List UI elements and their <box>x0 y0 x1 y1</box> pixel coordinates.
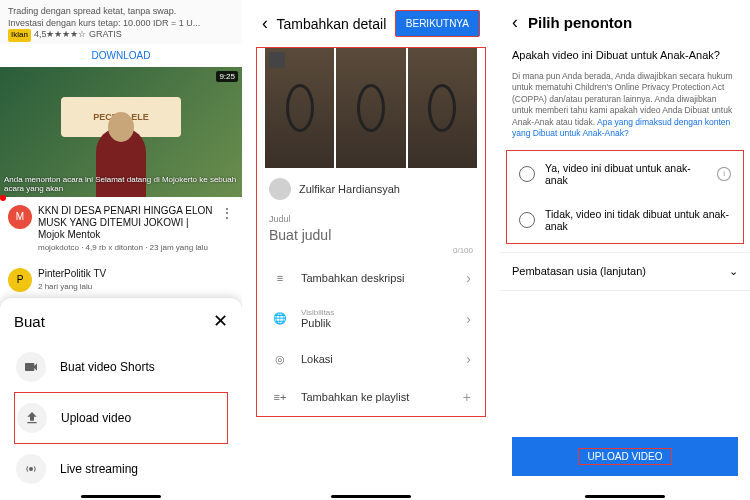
video-title: KKN DI DESA PENARI HINGGA ELON MUSK YANG… <box>38 205 214 241</box>
ad-line1: Trading dengan spread ketat, tanpa swap. <box>8 6 234 18</box>
chevron-right-icon: › <box>466 270 471 286</box>
back-icon[interactable]: ‹ <box>512 12 518 33</box>
row-label: Tambahkan ke playlist <box>301 391 451 403</box>
audience-explanation: Di mana pun Anda berada, Anda diwajibkan… <box>500 65 750 150</box>
audience-panel: ‹ Pilih penonton Apakah video ini Dibuat… <box>500 0 750 500</box>
video-meta: mojokdotco · 4,9 rb x ditonton · 23 jam … <box>38 243 214 252</box>
image-icon <box>269 52 285 68</box>
location-icon: ◎ <box>271 353 289 366</box>
radio-icon <box>519 166 535 182</box>
ad-line2: Investasi dengan kurs tetap: 10.000 IDR … <box>8 18 234 30</box>
vis-label: Visibilitas <box>301 308 454 317</box>
close-icon[interactable]: ✕ <box>213 310 228 332</box>
playlist-row[interactable]: ≡+ Tambahkan ke playlist + <box>257 378 485 416</box>
option-shorts[interactable]: Buat video Shorts <box>14 342 228 392</box>
char-count: 0/100 <box>269 246 473 255</box>
title-field[interactable]: Judul Buat judul 0/100 <box>257 210 485 259</box>
add-details-panel: ‹ Tambahkan detail BERIKUTNYA Zulfikar H… <box>250 0 500 500</box>
channel-avatar[interactable]: M <box>8 205 32 229</box>
live-icon <box>16 454 46 484</box>
more-icon[interactable]: ⋮ <box>220 205 234 252</box>
radio-label: Ya, video ini dibuat untuk anak-anak <box>545 162 707 186</box>
info-icon[interactable]: i <box>717 167 731 181</box>
video-title: PinterPolitik TV <box>38 268 234 280</box>
chevron-right-icon: › <box>466 311 471 327</box>
back-icon[interactable]: ‹ <box>262 13 268 34</box>
shorts-icon <box>16 352 46 382</box>
ad-block[interactable]: Trading dengan spread ketat, tanpa swap.… <box>0 0 242 44</box>
plus-icon: + <box>463 389 471 405</box>
chevron-right-icon: › <box>466 351 471 367</box>
sheet-title: Buat <box>14 313 45 330</box>
upload-icon <box>17 403 47 433</box>
radio-not-kids[interactable]: Tidak, video ini tidak dibuat untuk anak… <box>507 197 743 243</box>
description-row[interactable]: ≡ Tambahkan deskripsi › <box>257 259 485 297</box>
page-title: Tambahkan detail <box>277 16 387 32</box>
svg-point-0 <box>29 467 33 471</box>
video-head <box>108 112 134 142</box>
option-label: Live streaming <box>60 462 138 476</box>
author-row: Zulfikar Hardiansyah <box>257 168 485 210</box>
home-indicator <box>81 495 161 498</box>
radio-label: Tidak, video ini tidak dibuat untuk anak… <box>545 208 731 232</box>
author-avatar <box>269 178 291 200</box>
globe-icon: 🌐 <box>271 312 289 325</box>
location-row[interactable]: ◎ Lokasi › <box>257 340 485 378</box>
radio-yes-kids[interactable]: Ya, video ini dibuat untuk anak-anak i <box>507 151 743 197</box>
upload-video-button[interactable]: UPLOAD VIDEO <box>512 437 738 476</box>
video-list-item[interactable]: M KKN DI DESA PENARI HINGGA ELON MUSK YA… <box>0 197 242 260</box>
thumbnail[interactable] <box>408 48 477 168</box>
ad-rating: 4,5★★★★☆ GRATIS <box>34 29 122 39</box>
option-label: Buat video Shorts <box>60 360 155 374</box>
title-label: Judul <box>269 214 473 224</box>
radio-icon <box>519 212 535 228</box>
video-duration: 9:25 <box>216 71 238 82</box>
home-feed-panel: Trading dengan spread ketat, tanpa swap.… <box>0 0 250 500</box>
ad-badge: Iklan <box>8 29 31 41</box>
audience-options: Ya, video ini dibuat untuk anak-anak i T… <box>506 150 744 244</box>
video-player[interactable]: PECEL LELE 9:25 Anda menonton acara ini … <box>0 67 242 197</box>
thumbnail-strip[interactable] <box>257 48 485 168</box>
vis-value: Publik <box>301 317 454 329</box>
channel-avatar[interactable]: P <box>8 268 32 292</box>
title-input[interactable]: Buat judul <box>269 224 473 246</box>
details-form: Zulfikar Hardiansyah Judul Buat judul 0/… <box>256 47 486 417</box>
option-upload[interactable]: Upload video <box>14 392 228 444</box>
audience-question: Apakah video ini Dibuat untuk Anak-Anak? <box>500 45 750 65</box>
row-label: Lokasi <box>301 353 454 365</box>
description-icon: ≡ <box>271 272 289 284</box>
author-name: Zulfikar Hardiansyah <box>299 183 400 195</box>
video-list-item[interactable]: P PinterPolitik TV 2 hari yang lalu <box>0 260 242 300</box>
option-label: Upload video <box>61 411 131 425</box>
chevron-down-icon: ⌄ <box>729 265 738 278</box>
live-dot-icon <box>0 195 6 201</box>
upload-label: UPLOAD VIDEO <box>578 448 671 465</box>
option-live[interactable]: Live streaming <box>14 444 228 494</box>
create-bottom-sheet: Buat ✕ Buat video Shorts Upload video Li… <box>0 298 242 500</box>
home-indicator <box>585 495 665 498</box>
age-restriction-accordion[interactable]: Pembatasan usia (lanjutan) ⌄ <box>500 252 750 291</box>
thumbnail[interactable] <box>336 48 405 168</box>
home-indicator <box>331 495 411 498</box>
video-caption: Anda menonton acara ini Selamat datang d… <box>4 175 238 193</box>
thumbnail[interactable] <box>265 48 334 168</box>
accordion-label: Pembatasan usia (lanjutan) <box>512 265 646 277</box>
video-meta: 2 hari yang lalu <box>38 282 234 291</box>
visibility-row[interactable]: 🌐 VisibilitasPublik › <box>257 297 485 340</box>
playlist-add-icon: ≡+ <box>271 391 289 403</box>
page-title: Pilih penonton <box>528 14 632 31</box>
next-button[interactable]: BERIKUTNYA <box>395 10 480 37</box>
download-button[interactable]: DOWNLOAD <box>0 44 242 67</box>
row-label: Tambahkan deskripsi <box>301 272 454 284</box>
